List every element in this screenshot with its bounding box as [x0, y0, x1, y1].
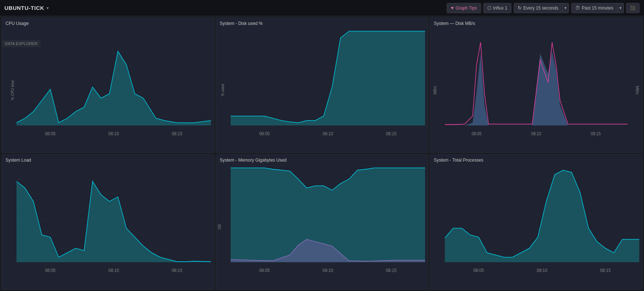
screen-icon: ⬛: [630, 5, 636, 11]
refresh-icon: ↻: [518, 5, 522, 11]
panel-chart-system-load: 0 0.02 0.04 0.06 0.08 0.1 0.12 08:05 08:…: [2, 164, 214, 289]
chevron-down-icon[interactable]: ▾: [46, 5, 49, 11]
timerange-btn-group: ⏱ Past 15 minutes ▾: [571, 3, 624, 13]
timerange-caret[interactable]: ▾: [617, 3, 624, 13]
svg-text:08:05: 08:05: [473, 268, 484, 273]
graph-tips-button[interactable]: ♥ Graph Tips: [447, 3, 481, 13]
panel-title-disk-pct: System - Disk used %: [216, 18, 428, 27]
panel-chart-total-proc: 118 120 122 124 126 08:05 08:10 08:15: [430, 164, 642, 289]
svg-text:08:10: 08:10: [108, 268, 119, 273]
fullscreen-button[interactable]: ⬛: [626, 3, 640, 13]
refresh-btn-group: ↻ Every 15 seconds ▾: [514, 3, 569, 13]
panel-chart-memory-gb: GB 0.15 0.2 0.25 0.3 0.35 08:05 08:10 08…: [216, 164, 428, 289]
refresh-button[interactable]: ↻ Every 15 seconds: [514, 3, 562, 13]
timerange-button[interactable]: ⏱ Past 15 minutes: [571, 3, 617, 13]
topbar: UBUNTU-TICK ▾ ♥ Graph Tips ⬡ Influx 1 ↻ …: [0, 0, 644, 16]
dashboard-title: UBUNTU-TICK: [4, 5, 44, 11]
panel-total-processes: System - Total Processes 118 120 122 124…: [430, 154, 643, 290]
panel-disk-pct: System - Disk used % % used 5.85 5.9 5.9…: [216, 18, 428, 153]
svg-text:08:15: 08:15: [386, 131, 397, 136]
svg-text:08:05: 08:05: [45, 131, 56, 136]
y-axis-label-disk-mbs: MB/s: [433, 86, 437, 94]
svg-text:08:10: 08:10: [537, 268, 547, 273]
svg-text:08:15: 08:15: [172, 131, 182, 136]
svg-text:08:15: 08:15: [600, 268, 611, 273]
refresh-caret[interactable]: ▾: [562, 3, 569, 13]
toolbar: ♥ Graph Tips ⬡ Influx 1 ↻ Every 15 secon…: [447, 3, 640, 13]
panel-chart-disk-mbs: MB/s MB/s 0 0.5 1 1.5 2 0 0.5 1 1.5 2: [430, 27, 642, 152]
panel-title-system-load: System Load: [2, 155, 214, 164]
svg-text:08:15: 08:15: [172, 268, 182, 273]
svg-text:08:10: 08:10: [323, 131, 333, 136]
heart-icon: ♥: [451, 5, 454, 11]
svg-text:08:10: 08:10: [531, 131, 541, 136]
panel-disk-mbs: System — Disk MB/s MB/s MB/s 0 0.5 1 1.5…: [430, 18, 643, 153]
panel-title-cpu: CPU Usage: [2, 18, 214, 27]
clock-icon: ⏱: [575, 5, 580, 11]
svg-text:08:05: 08:05: [45, 268, 56, 273]
panel-cpu-usage: CPU Usage DATA EXPLORER % CPU time 0 2 4…: [1, 18, 214, 153]
svg-text:08:05: 08:05: [259, 268, 270, 273]
y-axis-label-memory: GB: [217, 224, 222, 229]
svg-text:08:15: 08:15: [591, 131, 601, 136]
influx-button[interactable]: ⬡ Influx 1: [483, 3, 511, 13]
panel-system-load: System Load 0 0.02 0.04 0.06 0.08 0.1 0.…: [1, 154, 214, 290]
panel-title-memory-gb: System - Memory Gigabytes Used: [216, 155, 428, 164]
y-axis-label-cpu: % CPU time: [11, 80, 15, 100]
panel-memory-gb: System - Memory Gigabytes Used GB 0.15 0…: [216, 154, 428, 290]
y-axis-label-disk-pct: % used: [221, 84, 225, 96]
panel-title-disk-mbs: System — Disk MB/s: [430, 18, 642, 27]
svg-text:08:05: 08:05: [472, 131, 481, 136]
data-explorer-overlay: DATA EXPLORER: [2, 40, 41, 47]
svg-text:08:15: 08:15: [386, 268, 397, 273]
title-area: UBUNTU-TICK ▾: [4, 5, 49, 11]
y-axis-label-right-disk-mbs: MB/s: [635, 86, 639, 94]
panel-chart-disk-pct: % used 5.85 5.9 5.95 6 6.05 6.1 08:05 08…: [216, 27, 428, 152]
panel-title-total-proc: System - Total Processes: [430, 155, 642, 164]
svg-text:08:10: 08:10: [323, 268, 333, 273]
influx-icon: ⬡: [487, 5, 491, 11]
svg-text:08:10: 08:10: [108, 131, 119, 136]
svg-text:08:05: 08:05: [259, 131, 270, 136]
dashboard-grid: CPU Usage DATA EXPLORER % CPU time 0 2 4…: [0, 16, 644, 291]
